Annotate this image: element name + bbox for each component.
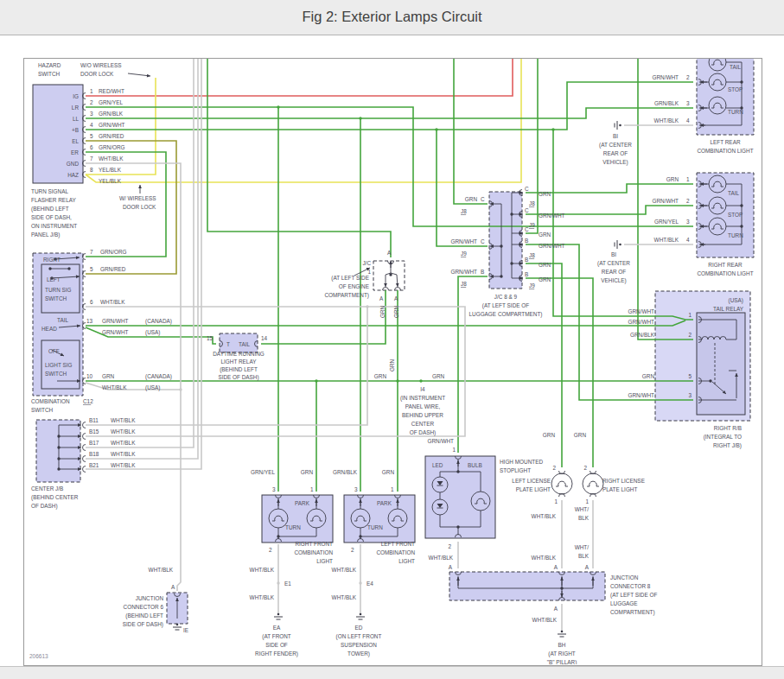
component-box [373,261,405,290]
wire-label: 2 [686,74,690,80]
wire-label: (AT CENTER [599,142,632,149]
wire-label: (BEHIND CENTER [31,494,79,501]
wire-label: LIGHT [398,558,415,564]
wire-label: DOOR LOCK [80,71,114,77]
pin-connector-icon [83,323,86,329]
wire-label: I4 [420,386,425,392]
wire-label: GRN/BLK [630,332,655,338]
wire-label: STOPLIGHT [500,467,531,473]
wire [86,59,201,469]
wire-label: PARK [295,500,310,506]
wire-label: W/O WIRELESS [80,62,122,68]
wire-label: LUGGAGE COMPARTMENT) [469,311,543,318]
junction-dot [740,80,743,83]
pin-connector-icon [395,288,401,290]
wire-label: SWITCH [31,407,54,413]
wire-label: GRN/WHT [427,438,454,444]
wire-label: GRN/WHT [628,392,654,398]
wire-label: C [525,186,529,192]
wire-label: GRN [666,176,679,182]
wire-label: 3 [688,392,692,398]
wire-label: LIGHT SIG [45,362,73,368]
wire-label: ER [71,149,79,155]
wire-label: TURN [728,109,743,115]
wire-label: JUNCTION [136,595,164,601]
wire-label: HAZ [67,172,79,178]
wire-label: A [554,606,558,612]
wire-label: 4 [90,122,93,128]
wire-label: GRN/WHT [450,238,477,244]
wire [86,383,181,390]
wire-label: (INTEGRAL TO [704,434,742,441]
wire-label: GRN/YEL [654,219,679,225]
wire-label: 5 [688,373,692,379]
wire-label: WHT/BLK [111,451,136,457]
wire-label: PLATE LIGHT [602,486,637,492]
wire-label: COMBINATION [294,549,333,555]
wire-label: 2 [552,465,556,471]
wire-label: GRN [539,276,551,282]
wire-label: A [554,564,558,570]
wire-label: COMBINATION LIGHT [697,270,753,276]
wire-label: OFF [48,348,60,354]
wire-label: B [525,238,528,244]
wire-label: ON INSTRUMENT [31,223,77,229]
wire-label: A [449,564,453,570]
junction-dot [48,267,51,270]
wire-label: COMPARTMENT) [610,609,655,616]
junction-dot [359,535,361,537]
wire-label: IG [73,93,79,99]
wire-label: (USA) [729,297,743,304]
junction-dot [560,587,563,589]
wire-label: C [525,226,529,232]
wire-label: 8 [90,167,93,173]
wire-label: GRN [465,196,478,202]
wire-label: JUNCTION [610,574,639,581]
wire-label: 7 [90,155,93,162]
wire-label: EA [273,625,281,631]
wire-label: (AT RIGHT [548,650,575,657]
wire-label: YEL/BLK [99,167,122,173]
bulb-icon [551,473,572,494]
junction-dot [435,128,437,130]
wire-label: ED [355,625,363,631]
wire-label: WHT/ [575,506,590,512]
wire-label: OF ENGINE [339,283,369,289]
wire-label: SIDE OF DASH) [218,374,258,381]
wire-label: TURN [367,524,383,530]
wire-label: 3 [354,486,358,492]
junction-dot [57,446,60,448]
wire-label: B21 [89,462,99,468]
wire-label: 3 [686,100,690,106]
wire-label: LR [72,105,80,111]
wire-label: BLK [578,515,590,521]
wire-label: (AT LEFT SIDE OF [482,302,529,309]
wire-label: GRN [432,373,445,379]
pin-connector-icon [83,456,86,462]
wire-label: VEHICLE) [601,277,626,284]
wire-label: SIDE OF DASH) [123,621,163,628]
wire-label: (BEHIND LEFT [31,206,69,213]
wire-label: B18 [89,451,99,457]
wire-label: TAIL [728,190,739,196]
wire-label: TURN SIG [45,287,72,293]
wire-label: (IN INSTRUMENT [400,395,445,402]
wire-label: LIGHT [316,558,333,564]
wire-label: J8 [461,208,467,214]
ground-icon [619,244,621,246]
wire-label: GRN/WHT [99,122,125,128]
wire-label: CENTER [411,421,435,427]
wire-label: EL [72,138,79,144]
wire-label: A [394,295,398,301]
wire-label: RIGHT [43,257,61,263]
junction-dot [389,273,392,276]
wire-label: (AT FRONT [262,633,291,640]
wire-label: E1 [284,581,291,587]
component-box [697,313,745,415]
wire [86,108,693,118]
wire-label: 2 [448,543,451,549]
wire-label: COMBINATION [376,549,415,555]
wire-label: GRN [389,359,395,371]
wire-label: GRN [539,262,551,268]
wire-label: GRN/RED [100,266,126,272]
